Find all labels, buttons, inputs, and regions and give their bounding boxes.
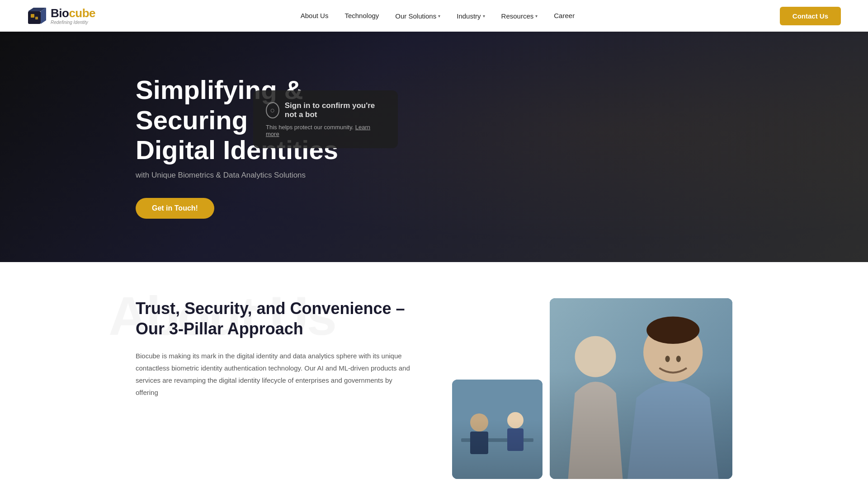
nav-dropdown-solutions[interactable]: Our Solutions ▾ [395,12,440,20]
nav-link-technology[interactable]: Technology [344,12,379,19]
biocube-logo-icon [27,6,47,26]
nav-item-industry[interactable]: Industry ▾ [457,12,485,20]
nav-item-about[interactable]: About Us [301,12,329,20]
nav-item-career[interactable]: Career [554,12,575,20]
svg-rect-10 [507,428,524,451]
svg-point-16 [676,356,681,362]
svg-rect-6 [461,438,533,442]
nav-item-solutions[interactable]: Our Solutions ▾ [395,12,440,20]
hero-cta-button[interactable]: Get in Touch! [136,198,214,219]
meeting-image [452,380,542,479]
logo-name: Biocube [51,7,95,20]
chevron-down-icon: ▾ [438,14,440,19]
svg-rect-12 [550,298,732,479]
svg-rect-5 [452,380,542,479]
chevron-down-icon-resources: ▾ [535,14,538,19]
nav-dropdown-industry[interactable]: Industry ▾ [457,12,485,20]
hero-section: Simplifying & Securing Digital Identitie… [0,0,868,262]
svg-point-7 [470,413,488,432]
svg-point-17 [575,336,616,377]
about-title: Trust, Security, and Convenience –Our 3-… [136,298,416,339]
about-image-large [550,298,732,479]
about-image-small [452,380,542,479]
nav-item-resources[interactable]: Resources ▾ [501,12,538,20]
svg-rect-8 [470,432,488,454]
hero-subtitle: with Unique Biometrics & Data Analytics … [136,171,362,180]
meeting-svg [452,380,542,479]
nav-link-about[interactable]: About Us [301,12,329,19]
bot-circle-icon: ○ [266,102,279,118]
svg-point-15 [665,356,670,362]
logo-link[interactable]: Biocube Redefining Identity [27,6,95,26]
svg-point-9 [507,412,524,428]
navbar: Biocube Redefining Identity About Us Tec… [0,0,868,32]
bot-verification-overlay: ○ Sign in to confirm you're not a bot Th… [253,90,398,148]
logo-text-block: Biocube Redefining Identity [51,7,95,25]
contact-us-button[interactable]: Contact Us [780,7,841,25]
about-section: About Us Trust, Security, and Convenienc… [0,262,868,488]
nav-dropdown-resources[interactable]: Resources ▾ [501,12,538,20]
bot-overlay-title: Sign in to confirm you're not a bot [285,101,385,119]
person-svg [550,298,732,479]
nav-links: About Us Technology Our Solutions ▾ Indu… [301,12,575,20]
chevron-down-icon-industry: ▾ [483,14,485,19]
svg-rect-3 [31,14,34,18]
about-right-images [452,298,732,479]
nav-link-career[interactable]: Career [554,12,575,19]
about-description: Biocube is making its mark in the digita… [136,350,416,399]
person-image [550,298,732,479]
about-left-content: About Us Trust, Security, and Convenienc… [136,298,416,399]
logo-tagline: Redefining Identity [51,20,95,25]
svg-rect-4 [35,17,38,19]
nav-item-technology[interactable]: Technology [344,12,379,20]
svg-point-14 [646,316,699,344]
bot-overlay-desc: This helps protect our community. Learn … [266,124,385,137]
svg-rect-0 [28,11,41,24]
bot-overlay-header: ○ Sign in to confirm you're not a bot [266,101,385,119]
